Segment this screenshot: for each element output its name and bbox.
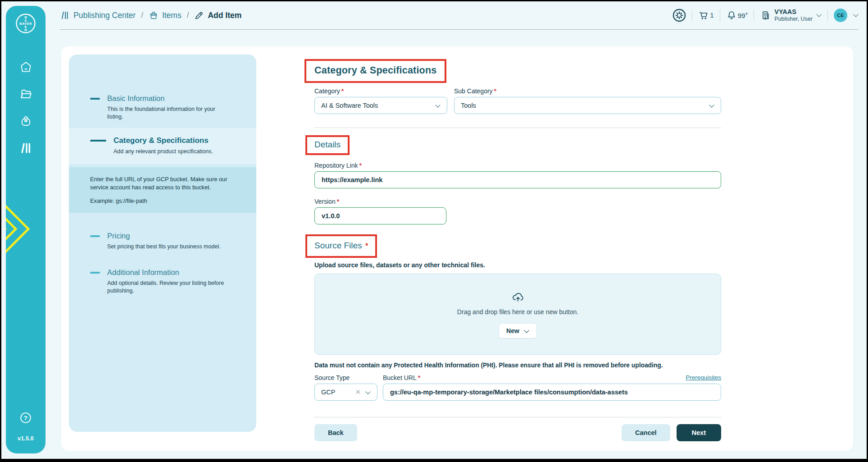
source-type-select[interactable]: GCP ✕	[314, 384, 377, 401]
breadcrumb-label: Items	[162, 11, 182, 20]
bag-icon[interactable]	[20, 115, 32, 127]
dropzone-text: Drag and drop files here or use new butt…	[457, 308, 578, 316]
step-desc: Add optional details. Review your listin…	[107, 279, 224, 295]
stepper-item-additional-information[interactable]: Additional Information Add optional deta…	[69, 268, 256, 295]
step-title: Basic Information	[107, 94, 224, 103]
stepper-item-category-specifications[interactable]: Category & Specifications Add any releva…	[69, 128, 256, 164]
header-divider	[720, 9, 720, 21]
svg-text:A: A	[24, 18, 27, 23]
header-underline	[60, 29, 859, 30]
category-select[interactable]: AI & Software Tools	[314, 97, 447, 114]
file-dropzone[interactable]: Drag and drop files here or use new butt…	[314, 274, 721, 355]
items-basket-icon	[149, 10, 159, 20]
back-button[interactable]: Back	[314, 424, 357, 441]
required-asterisk: *	[341, 87, 344, 95]
home-icon[interactable]	[20, 61, 32, 73]
stepper-item-basic-information[interactable]: Basic Information This is the foundation…	[69, 94, 256, 121]
source-type-label: Source Type	[314, 374, 377, 381]
chevron-down-icon	[435, 102, 440, 107]
breadcrumb-add-item: Add Item	[194, 10, 241, 20]
required-asterisk: *	[359, 162, 362, 169]
required-asterisk: *	[337, 198, 339, 205]
folder-icon[interactable]	[20, 88, 32, 100]
upload-hint: Upload source files, datasets or any oth…	[314, 261, 721, 269]
breadcrumb-items[interactable]: Items	[149, 10, 182, 20]
annotation-box-section-title: Category & Specifications	[304, 59, 446, 83]
version-input[interactable]	[314, 207, 446, 224]
publishing-center-icon	[60, 10, 70, 20]
breadcrumb-label: Publishing Center	[73, 11, 136, 20]
avatar[interactable]: CE	[834, 9, 847, 22]
sub-category-label: Sub Category*	[454, 87, 721, 95]
org-role: Publisher, User	[774, 16, 813, 22]
repository-link-input[interactable]	[314, 171, 721, 188]
step-desc: This is the foundational information for…	[107, 105, 224, 121]
clear-icon[interactable]: ✕	[355, 388, 361, 396]
category-value: AI & Software Tools	[321, 102, 378, 109]
category-specifications-form: Category & Specifications Category* AI &…	[314, 59, 721, 441]
org-menu[interactable]: VYAAS Publisher, User	[760, 8, 822, 22]
help-icon[interactable]: ?	[20, 412, 32, 424]
required-asterisk: *	[365, 242, 368, 250]
prerequisites-link[interactable]: Prerequisites	[686, 374, 721, 381]
breadcrumb: Publishing Center / Items / Add Item	[60, 10, 241, 20]
breadcrumb-publishing-center[interactable]: Publishing Center	[60, 10, 136, 20]
sub-category-value: Tools	[461, 102, 476, 109]
chevron-down-icon	[365, 389, 370, 394]
gcp-info-box: Enter the full URL of your GCP bucket. M…	[69, 167, 256, 213]
notification-count: 99+	[738, 11, 748, 19]
bell-icon	[726, 10, 737, 21]
step-title: Pricing	[107, 232, 221, 240]
add-item-pencil-icon	[194, 10, 204, 20]
header-actions: 1 99+ VYAAS Publish	[673, 8, 859, 22]
top-header: Publishing Center / Items / Add Item	[60, 1, 859, 29]
version-label: Version*	[314, 198, 721, 205]
svg-text:R: R	[24, 28, 27, 32]
step-dash	[90, 272, 100, 274]
stepper-panel: Basic Information This is the foundation…	[69, 55, 256, 432]
info-example: Example: gs://file-path	[90, 197, 243, 205]
cart-count: 1	[710, 11, 713, 19]
publishing-library-icon[interactable]	[20, 142, 32, 154]
sidebar: BAYER B A E R	[6, 6, 45, 453]
annotation-box-details: Details	[305, 135, 350, 155]
chevrons-decoration	[6, 200, 34, 258]
bayer-logo[interactable]: BAYER B A E R	[15, 13, 36, 36]
cancel-button[interactable]: Cancel	[622, 424, 670, 441]
required-asterisk: *	[418, 374, 420, 381]
new-button[interactable]: New	[499, 323, 537, 338]
required-asterisk: *	[494, 87, 496, 95]
bucket-url-field: Bucket URL*	[383, 374, 721, 401]
step-title: Additional Information	[107, 268, 224, 277]
step-desc: Add any relevant product specifications.	[114, 148, 213, 156]
step-dash	[90, 98, 100, 100]
settings-gear-icon[interactable]	[673, 9, 686, 22]
form-actions: Back Cancel Next	[314, 424, 721, 441]
step-dash	[90, 140, 106, 142]
upload-cloud-icon	[511, 290, 525, 304]
footer-divider	[314, 417, 721, 417]
chevron-down-icon	[816, 12, 821, 17]
notifications-button[interactable]: 99+	[726, 10, 748, 21]
cart-button[interactable]: 1	[698, 10, 713, 21]
stepper-item-pricing[interactable]: Pricing Set pricing that best fits your …	[69, 232, 256, 251]
breadcrumb-separator: /	[186, 11, 190, 20]
chevron-down-icon[interactable]	[853, 12, 858, 17]
bucket-url-input[interactable]	[383, 384, 721, 401]
step-title: Category & Specifications	[114, 136, 213, 145]
phi-warning: Data must not contain any Protected Heal…	[314, 362, 721, 369]
breadcrumb-separator: /	[140, 11, 144, 20]
sub-category-field: Sub Category* Tools	[454, 87, 721, 114]
section-divider	[314, 128, 721, 128]
info-text: Enter the full URL of your GCP bucket. M…	[90, 175, 243, 192]
source-type-field: Source Type GCP ✕	[314, 374, 377, 401]
step-dash	[90, 235, 100, 237]
org-name: VYAAS	[774, 8, 813, 16]
org-building-icon	[760, 10, 771, 21]
add-item-page: BAYER B A E R	[0, 0, 868, 462]
breadcrumb-label: Add Item	[208, 11, 241, 20]
bucket-url-label: Bucket URL*	[383, 374, 721, 381]
header-divider	[692, 9, 692, 21]
sub-category-select[interactable]: Tools	[454, 97, 721, 114]
next-button[interactable]: Next	[677, 424, 721, 441]
